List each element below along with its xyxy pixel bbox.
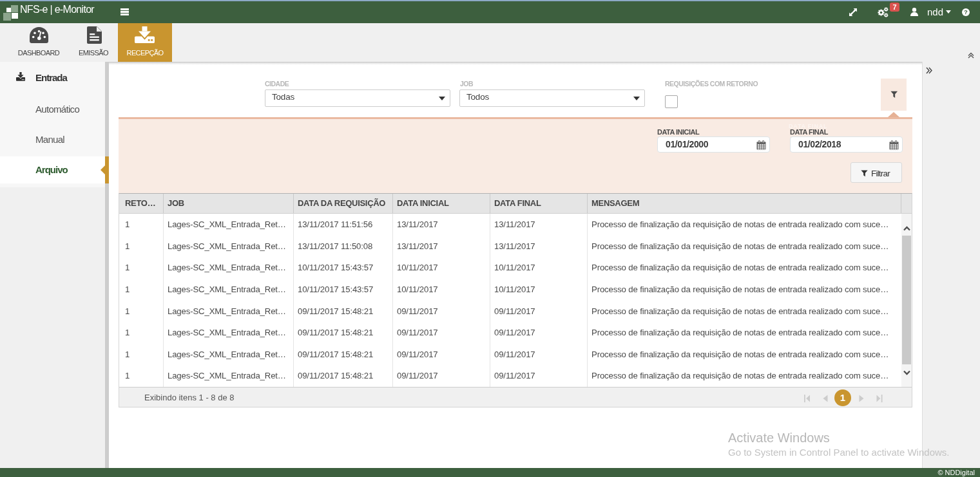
svg-text:?: ? bbox=[964, 8, 968, 15]
